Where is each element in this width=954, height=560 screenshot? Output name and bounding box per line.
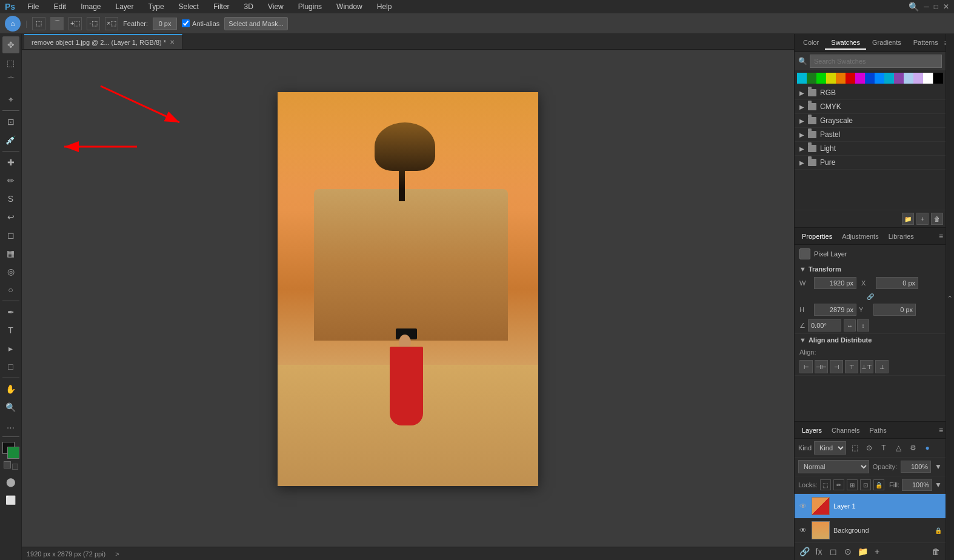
- antialias-checkbox[interactable]: [182, 19, 190, 27]
- swatch-magenta[interactable]: [855, 73, 865, 84]
- search-swatches-input[interactable]: [810, 55, 942, 68]
- eraser-tool[interactable]: ◻: [2, 227, 19, 244]
- link-icon[interactable]: 🔗: [866, 292, 875, 301]
- path-selection-tool[interactable]: ▸: [2, 340, 19, 357]
- swatch-group-pure[interactable]: ▶ Pure: [795, 156, 946, 170]
- menu-layer[interactable]: Layer: [113, 1, 136, 12]
- properties-menu-btn[interactable]: ≡: [939, 232, 943, 241]
- tab-close-btn[interactable]: ✕: [170, 39, 175, 45]
- selection-tool[interactable]: ⬚: [2, 55, 19, 72]
- swatch-group-pastel[interactable]: ▶ Pastel: [795, 128, 946, 142]
- swatch-group-grayscale[interactable]: ▶ Grayscale: [795, 114, 946, 128]
- home-btn[interactable]: ⌂: [5, 16, 21, 32]
- create-folder-btn[interactable]: 📁: [902, 213, 914, 225]
- pen-tool[interactable]: ✒: [2, 304, 19, 321]
- text-filter-btn[interactable]: T: [878, 442, 890, 454]
- new-group-btn[interactable]: 📁: [856, 545, 869, 558]
- align-center-h-btn[interactable]: ⊣⊢: [815, 360, 828, 373]
- opacity-arrow[interactable]: ▼: [935, 462, 942, 471]
- search-btn[interactable]: 🔍: [909, 2, 919, 12]
- swatch-black[interactable]: [933, 73, 943, 84]
- menu-plugins[interactable]: Plugins: [296, 1, 324, 12]
- swatch-group-light[interactable]: ▶ Light: [795, 142, 946, 156]
- feather-input[interactable]: [153, 18, 177, 30]
- shape-tool[interactable]: □: [2, 358, 19, 375]
- swatch-red[interactable]: [846, 73, 855, 84]
- link-layers-btn[interactable]: 🔗: [798, 545, 810, 558]
- menu-file[interactable]: File: [25, 1, 41, 12]
- swatch-green[interactable]: [816, 73, 826, 84]
- magic-wand-tool[interactable]: ⌖: [2, 91, 19, 108]
- swatch-cyan[interactable]: [797, 73, 807, 84]
- default-colors-btn[interactable]: [12, 464, 18, 470]
- add-mask-btn[interactable]: ◻: [827, 545, 839, 558]
- text-tool[interactable]: T: [2, 322, 19, 339]
- delete-layer-btn[interactable]: 🗑: [930, 545, 942, 558]
- x-input[interactable]: [876, 277, 918, 289]
- lock-auto-btn[interactable]: 🔒: [873, 479, 884, 490]
- create-swatch-btn[interactable]: +: [916, 213, 929, 225]
- kind-select[interactable]: Kind: [814, 441, 846, 455]
- menu-window[interactable]: Window: [334, 1, 365, 12]
- flip-horizontal-btn[interactable]: ↔: [844, 319, 856, 332]
- swatch-group-cmyk[interactable]: ▶ CMYK: [795, 100, 946, 114]
- tab-channels[interactable]: Channels: [827, 425, 864, 435]
- menu-edit[interactable]: Edit: [51, 1, 68, 12]
- tab-gradients[interactable]: Gradients: [866, 36, 907, 50]
- swatch-blue[interactable]: [875, 73, 884, 84]
- tab-layers[interactable]: Layers: [797, 425, 827, 435]
- angle-input[interactable]: [808, 319, 841, 332]
- swap-colors-btn[interactable]: [4, 461, 11, 468]
- menu-view[interactable]: View: [265, 1, 286, 12]
- close-btn[interactable]: ✕: [943, 2, 949, 11]
- swatch-blue-mid[interactable]: [865, 73, 875, 84]
- y-input[interactable]: [873, 304, 916, 316]
- fill-input[interactable]: [902, 479, 932, 491]
- swatch-yellow[interactable]: [826, 73, 836, 84]
- align-header[interactable]: ▼ Align and Distribute: [795, 334, 946, 346]
- quick-mask-btn[interactable]: ⬤: [2, 473, 19, 490]
- menu-filter[interactable]: Filter: [211, 1, 232, 12]
- history-brush-tool[interactable]: ↩: [2, 208, 19, 225]
- height-input[interactable]: [814, 304, 856, 316]
- fill-arrow[interactable]: ▼: [935, 481, 942, 489]
- swatch-sky[interactable]: [884, 73, 894, 84]
- tab-properties[interactable]: Properties: [797, 232, 837, 241]
- align-bottom-btn[interactable]: ⊥: [875, 360, 889, 373]
- crop-tool[interactable]: ⊡: [2, 113, 19, 130]
- align-top-btn[interactable]: ⊤: [845, 360, 858, 373]
- panel-collapse-btn[interactable]: ‹: [946, 34, 954, 560]
- foreground-color[interactable]: [2, 442, 19, 459]
- lasso-tool[interactable]: ⌒: [2, 73, 19, 90]
- lock-artboard-btn[interactable]: ⊞: [847, 479, 858, 490]
- layer1-visibility-btn[interactable]: 👁: [798, 501, 808, 511]
- width-input[interactable]: [814, 277, 856, 289]
- layer-item-layer1[interactable]: 👁 Layer 1: [795, 494, 946, 518]
- more-tools-btn[interactable]: …: [2, 417, 19, 434]
- tab-paths[interactable]: Paths: [865, 425, 892, 435]
- maximize-btn[interactable]: □: [934, 2, 938, 11]
- move-tool[interactable]: ✥: [2, 36, 19, 53]
- minimize-btn[interactable]: ─: [924, 2, 929, 11]
- status-arrow[interactable]: >: [115, 550, 119, 558]
- select-lasso-tool[interactable]: ⌒: [50, 17, 64, 30]
- tab-libraries[interactable]: Libraries: [884, 232, 919, 241]
- align-right-btn[interactable]: ⊣: [830, 360, 843, 373]
- canvas-content[interactable]: [22, 50, 794, 547]
- select-intersect-tool[interactable]: ×⬚: [105, 17, 118, 30]
- hand-tool[interactable]: ✋: [2, 381, 19, 398]
- menu-image[interactable]: Image: [78, 1, 103, 12]
- delete-swatch-btn[interactable]: 🗑: [931, 213, 943, 225]
- tab-color[interactable]: Color: [797, 36, 825, 50]
- dodge-tool[interactable]: ○: [2, 281, 19, 298]
- tab-adjustments[interactable]: Adjustments: [837, 232, 884, 241]
- swatch-light-blue[interactable]: [904, 73, 913, 84]
- adjustment-filter-btn[interactable]: ⊙: [863, 442, 875, 454]
- select-and-mask-btn[interactable]: Select and Mask...: [224, 17, 288, 30]
- align-left-btn[interactable]: ⊢: [799, 360, 813, 373]
- select-subtract-tool[interactable]: -⬚: [87, 17, 100, 30]
- swatch-lavender[interactable]: [913, 73, 923, 84]
- menu-select[interactable]: Select: [176, 1, 201, 12]
- gradient-tool[interactable]: ▦: [2, 245, 19, 262]
- new-layer-btn[interactable]: +: [871, 545, 883, 558]
